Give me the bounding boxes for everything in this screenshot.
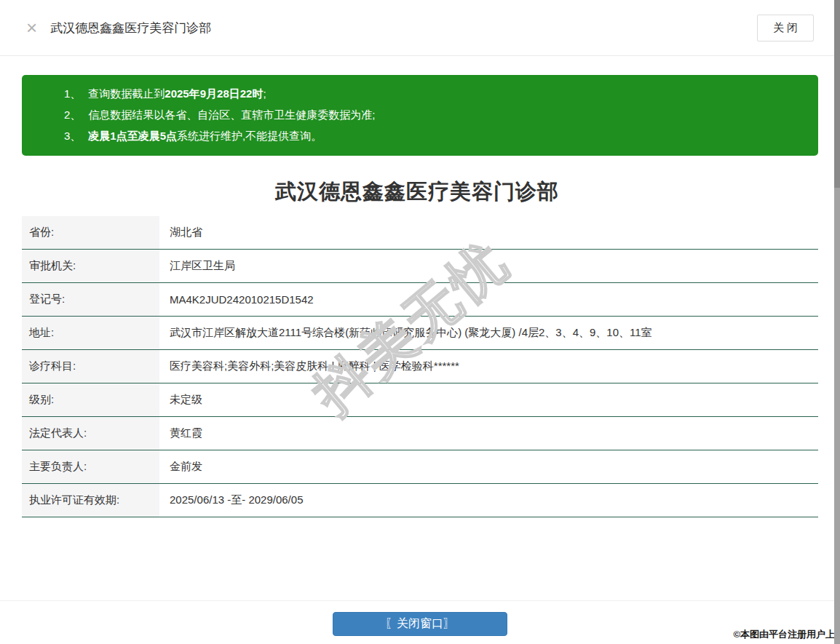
notice-line-number: 2、 [64, 108, 81, 121]
photo-credit-watermark: ©本图由平台注册用户上传 [733, 628, 840, 641]
notice-box: 1、查询数据截止到2025年9月28日22时; 2、信息数据结果以各省、自治区、… [22, 75, 818, 156]
table-row: 省份: 湖北省 [22, 216, 818, 250]
notice-line: 3、凌晨1点至凌晨5点系统进行维护,不能提供查询。 [64, 125, 804, 146]
row-value: 黄红霞 [159, 417, 818, 450]
info-table: 省份: 湖北省 审批机关: 江岸区卫生局 登记号: MA4K2JUD242010… [22, 216, 818, 517]
row-value: 未定级 [159, 383, 818, 416]
facility-title: 武汉德恩鑫鑫医疗美容门诊部 [0, 178, 834, 207]
notice-line-text-end: ; [263, 87, 266, 100]
window-title: 武汉德恩鑫鑫医疗美容门诊部 [50, 20, 211, 36]
row-label: 法定代表人: [22, 417, 159, 450]
window-header: × 武汉德恩鑫鑫医疗美容门诊部 关 闭 [0, 0, 834, 56]
notice-line-text: 信息数据结果以各省、自治区、直辖市卫生健康委数据为准; [88, 108, 375, 121]
row-label: 地址: [22, 317, 159, 349]
notice-line-text-end: 系统进行维护,不能提供查询。 [177, 130, 322, 142]
row-label: 诊疗科目: [22, 350, 159, 383]
notice-line-text: 查询数据截止到 [88, 87, 165, 100]
notice-line: 1、查询数据截止到2025年9月28日22时; [64, 83, 804, 104]
row-value: MA4K2JUD242010215D1542 [159, 283, 818, 316]
row-value: 2025/06/13 -至- 2029/06/05 [159, 484, 818, 517]
table-row: 诊疗科目: 医疗美容科;美容外科;美容皮肤科 | 麻醉科 | 医学检验科****… [22, 350, 818, 383]
row-value: 医疗美容科;美容外科;美容皮肤科 | 麻醉科 | 医学检验科****** [159, 350, 818, 383]
table-row: 登记号: MA4K2JUD242010215D1542 [22, 283, 818, 317]
notice-line: 2、信息数据结果以各省、自治区、直辖市卫生健康委数据为准; [64, 104, 804, 125]
scrollbar[interactable] [834, 0, 840, 644]
row-label: 级别: [22, 383, 159, 416]
row-label: 审批机关: [22, 250, 159, 282]
row-label: 省份: [22, 216, 159, 249]
table-row: 审批机关: 江岸区卫生局 [22, 250, 818, 283]
close-window-button[interactable]: 〖关闭窗口〗 [333, 612, 507, 636]
notice-line-number: 1、 [64, 87, 81, 100]
close-button[interactable]: 关 闭 [757, 15, 814, 41]
table-row: 主要负责人: 金前发 [22, 450, 818, 484]
notice-line-bold-text: 2025年9月28日22时 [165, 87, 263, 100]
table-row: 级别: 未定级 [22, 383, 818, 417]
row-label: 登记号: [22, 283, 159, 316]
close-icon[interactable]: × [26, 18, 37, 37]
scrollbar-thumb[interactable] [834, 0, 840, 188]
notice-line-bold-text: 凌晨1点至凌晨5点 [88, 130, 177, 142]
notice-line-number: 3、 [64, 130, 81, 142]
row-value: 金前发 [159, 450, 818, 483]
table-row: 执业许可证有效期: 2025/06/13 -至- 2029/06/05 [22, 484, 818, 517]
row-label: 主要负责人: [22, 450, 159, 483]
table-row: 地址: 武汉市江岸区解放大道2111号综合楼(新药临床研究服务中心) (聚龙大厦… [22, 317, 818, 350]
table-row: 法定代表人: 黄红霞 [22, 417, 818, 450]
row-value: 江岸区卫生局 [159, 250, 818, 282]
row-label: 执业许可证有效期: [22, 484, 159, 517]
footer-divider [0, 600, 834, 601]
row-value: 湖北省 [159, 216, 818, 249]
row-value: 武汉市江岸区解放大道2111号综合楼(新药临床研究服务中心) (聚龙大厦) /4… [159, 317, 818, 349]
